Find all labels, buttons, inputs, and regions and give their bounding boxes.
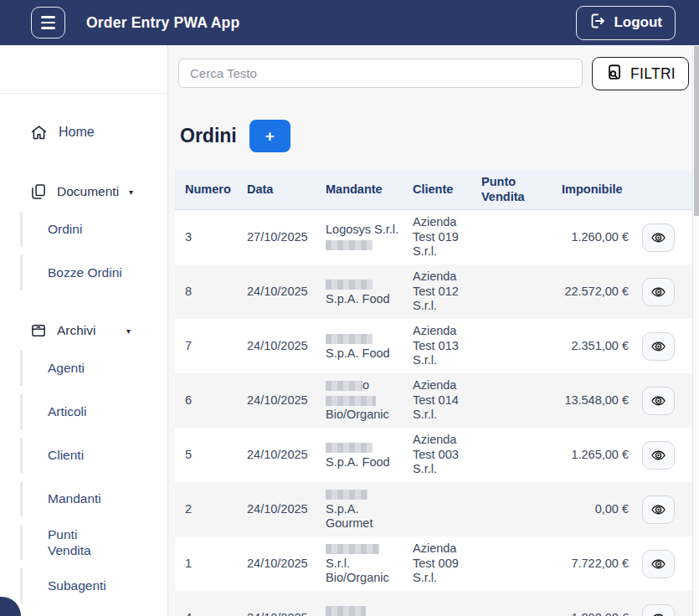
cell-numero: 6 [185,393,247,408]
chevron-down-icon: ▾ [129,187,133,197]
redacted-text [326,490,367,500]
cell-data: 27/10/2025 [247,230,326,245]
view-order-button[interactable] [642,495,675,524]
col-data: Data [247,182,326,197]
filter-search-icon [605,63,624,85]
cell-data: 24/10/2025 [247,285,326,300]
cell-cliente: Azienda Test 003 S.r.l. [413,433,481,477]
cell-cliente: Azienda Test 009 S.r.l. [413,542,481,586]
cell-cliente: Azienda Test 014 S.r.l. [413,378,481,423]
cell-data: 24/10/2025 [247,611,326,616]
cell-imponibile: 7.722,00 € [562,557,632,572]
corner-fab-button[interactable] [0,597,21,616]
cell-actions [632,387,692,415]
table-row: 624/10/2025oBio/OrganicAzienda Test 014 … [175,373,692,428]
search-input[interactable] [178,59,583,88]
scrollbar-thumb[interactable] [694,46,699,216]
top-navbar: Order Entry PWA App Logout [0,0,699,45]
app-title: Order Entry PWA App [86,14,239,32]
table-row: 224/10/2025S.p.A.Gourmet0,00 € [175,482,692,536]
menu-button[interactable] [31,7,65,38]
redacted-text [326,396,376,406]
cell-mandante: S.r.l.Bio/Organic [326,542,413,586]
sidebar-item-mandanti[interactable]: Mandanti [20,481,167,516]
view-order-button[interactable] [642,387,675,415]
view-order-button[interactable] [642,278,675,306]
cell-cliente: Azienda Test 012 S.r.l. [413,270,481,314]
cell-actions [632,278,692,306]
view-order-button[interactable] [642,332,675,361]
toolbar: FILTRI [178,57,689,90]
sidebar-item-clienti[interactable]: Clienti [20,438,167,473]
redacted-text [326,443,373,453]
plus-icon: + [265,127,275,145]
cell-numero: 3 [185,230,247,245]
cell-data: 24/10/2025 [247,502,326,517]
sidebar: Home Documenti ▾ Ordini Bozze Ordini [0,45,168,616]
cell-actions [632,550,692,578]
redacted-text [326,240,373,250]
sidebar-item-punti-vendita[interactable]: Punti Vendita [20,525,167,560]
col-imponibile: Imponibile [562,182,632,197]
home-icon [30,124,48,141]
cell-cliente: Azienda Test 013 S.r.l. [413,324,481,368]
page-title: Ordini [180,125,237,147]
cell-cliente: Azienda Test 019 S.r.l. [413,215,481,259]
sidebar-section-archivi[interactable]: Archivi ▾ [30,319,167,342]
table-row: 824/10/2025S.p.A. FoodAzienda Test 012 S… [175,264,692,319]
redacted-text [326,334,373,344]
cell-imponibile: 22.572,00 € [562,285,632,300]
cell-data: 24/10/2025 [247,448,326,463]
cell-imponibile: 13.548,00 € [562,393,632,408]
redacted-text [326,606,366,616]
logout-button[interactable]: Logout [576,6,676,40]
table-row: 124/10/2025S.r.l.Bio/OrganicAzienda Test… [175,536,692,591]
cell-data: 24/10/2025 [247,557,326,572]
cell-data: 24/10/2025 [247,393,326,408]
logout-icon [589,13,606,33]
view-order-button[interactable] [642,550,675,578]
cell-numero: 1 [185,557,247,572]
sidebar-item-home[interactable]: Home [30,121,167,144]
cell-actions [632,223,692,252]
cell-mandante: S.p.A. Food [326,440,413,470]
cell-data: 24/10/2025 [247,339,326,354]
main-content: FILTRI Ordini + Numero Data Mandante Cli… [168,45,699,616]
view-order-button[interactable] [642,604,675,616]
filters-button[interactable]: FILTRI [592,57,689,90]
redacted-text [326,280,373,290]
cell-imponibile: 0,00 € [562,502,632,517]
view-order-button[interactable] [642,223,675,252]
col-numero: Numero [185,182,247,197]
vertical-scrollbar[interactable] [692,45,699,616]
cell-actions [632,441,692,470]
cell-mandante: S.p.A.Gourmet [326,487,413,531]
sidebar-item-subagenti[interactable]: Subagenti [20,568,167,603]
redacted-text [326,544,379,554]
cell-numero: 8 [185,285,247,300]
cell-mandante: S.r.l. [326,603,413,616]
table-row: 524/10/2025S.p.A. FoodAzienda Test 003 S… [175,428,692,482]
sidebar-section-documenti[interactable]: Documenti ▾ [30,180,167,203]
sidebar-item-ordini[interactable]: Ordini [20,212,167,247]
sidebar-item-articoli[interactable]: Articoli [20,394,167,429]
table-body: 327/10/2025Logosys S.r.l.Azienda Test 01… [175,210,692,616]
cell-numero: 4 [185,611,247,616]
cell-numero: 7 [185,339,247,354]
sidebar-item-agenti[interactable]: Agenti [20,351,167,386]
redacted-text [326,381,362,391]
cell-mandante: S.p.A. Food [326,277,413,306]
sidebar-item-bozze-ordini[interactable]: Bozze Ordini [20,255,167,290]
view-order-button[interactable] [642,441,675,470]
hamburger-icon [41,16,55,18]
cell-imponibile: 1.260,00 € [562,230,632,245]
cell-mandante: Logosys S.r.l. [326,223,413,252]
sidebar-divider [0,93,167,94]
col-punto-vendita: Punto Vendita [481,175,562,204]
documents-icon [30,183,47,200]
cell-actions [632,495,692,524]
col-cliente: Cliente [413,182,481,197]
cell-mandante: S.p.A. Food [326,331,413,361]
cell-imponibile: 1.000,00 € [562,611,632,616]
add-order-button[interactable]: + [249,120,290,152]
